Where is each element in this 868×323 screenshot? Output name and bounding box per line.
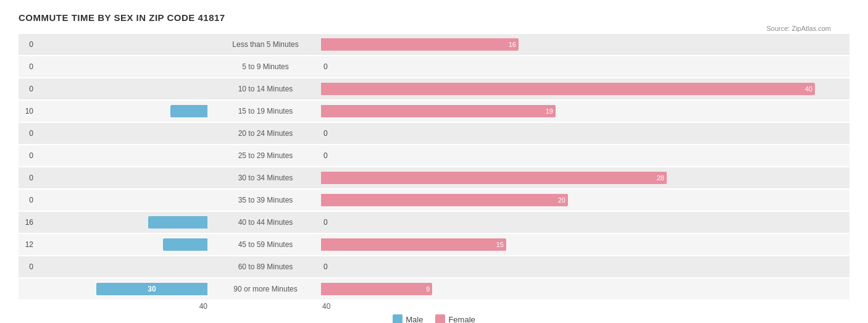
bar-row: 12 45 to 59 Minutes 15 [19, 234, 849, 255]
male-value-label: 0 [19, 196, 33, 204]
male-value-label: 0 [19, 174, 33, 182]
source-label: Source: ZipAtlas.com [766, 25, 831, 32]
right-section: 16 [321, 38, 849, 51]
male-value-label: 0 [19, 151, 33, 160]
female-value-label: 0 [323, 262, 338, 271]
male-bar: 30 [96, 283, 207, 295]
axis-row: 40 40 [19, 302, 849, 311]
time-range-label: 40 to 44 Minutes [210, 218, 321, 227]
left-section: 0 [19, 62, 210, 71]
male-value-label: 0 [19, 129, 33, 138]
male-bar [163, 238, 207, 251]
left-section: 10 [19, 105, 210, 117]
male-bar [148, 216, 207, 229]
time-range-label: 90 or more Minutes [210, 285, 321, 293]
male-bar [170, 105, 207, 117]
right-section: 0 [321, 129, 849, 138]
female-value-label: 0 [323, 151, 338, 160]
female-bar: 9 [321, 283, 432, 295]
female-bar: 19 [321, 105, 556, 117]
legend: Male Female [19, 314, 849, 323]
female-bar-value: 40 [803, 85, 815, 93]
time-range-label: Less than 5 Minutes [210, 40, 321, 49]
time-range-label: 45 to 59 Minutes [210, 240, 321, 249]
left-section: 0 [19, 151, 210, 160]
female-value-label: 0 [323, 62, 338, 71]
time-range-label: 20 to 24 Minutes [210, 129, 321, 138]
time-range-label: 15 to 19 Minutes [210, 107, 321, 115]
bar-row: 0 20 to 24 Minutes 0 [19, 123, 849, 144]
male-value-label: 0 [19, 62, 33, 71]
right-section: 20 [321, 194, 849, 206]
time-range-label: 35 to 39 Minutes [210, 196, 321, 204]
axis-left-value: 40 [19, 302, 210, 311]
bar-row: 0 30 to 34 Minutes 28 [19, 167, 849, 188]
male-value-label: 0 [19, 85, 33, 93]
female-value-label: 0 [323, 218, 338, 227]
male-value-label: 0 [19, 262, 33, 271]
right-section: 0 [321, 62, 849, 71]
left-section: 0 [19, 85, 210, 93]
right-section: 40 [321, 83, 849, 95]
right-section: 15 [321, 238, 849, 251]
male-bar-value: 30 [143, 283, 160, 295]
bar-row: 0 Less than 5 Minutes 16 [19, 34, 849, 55]
time-range-label: 10 to 14 Minutes [210, 85, 321, 93]
male-bar-wrap [36, 105, 207, 117]
chart-area: 0 Less than 5 Minutes 16 0 5 to 9 Minute… [19, 34, 849, 323]
axis-right-value: 40 [321, 302, 849, 311]
bar-row: 30 90 or more Minutes 9 [19, 279, 849, 300]
bar-row: 0 25 to 29 Minutes 0 [19, 145, 849, 166]
right-section: 0 [321, 262, 849, 271]
left-section: 30 [19, 283, 210, 295]
time-range-label: 30 to 34 Minutes [210, 174, 321, 182]
left-section: 16 [19, 216, 210, 229]
right-section: 28 [321, 172, 849, 184]
left-section: 0 [19, 262, 210, 271]
female-bar-value: 28 [654, 174, 667, 182]
time-range-label: 60 to 89 Minutes [210, 262, 321, 271]
legend-female: Female [435, 314, 475, 323]
left-section: 0 [19, 196, 210, 204]
left-section: 0 [19, 129, 210, 138]
male-bar-wrap [36, 216, 207, 229]
legend-male-label: Male [406, 315, 423, 324]
legend-female-label: Female [448, 315, 475, 324]
bar-row: 0 10 to 14 Minutes 40 [19, 78, 849, 99]
male-bar-wrap [36, 238, 207, 251]
right-section: 9 [321, 283, 849, 295]
left-section: 0 [19, 174, 210, 182]
female-bar: 40 [321, 83, 815, 95]
male-value-label: 10 [19, 107, 33, 115]
male-value-label: 16 [19, 218, 33, 227]
bar-row: 0 35 to 39 Minutes 20 [19, 190, 849, 211]
female-bar-value: 19 [543, 107, 556, 115]
female-bar: 28 [321, 172, 667, 184]
legend-male-box [393, 314, 403, 323]
chart-title: COMMUTE TIME BY SEX IN ZIP CODE 41817 [19, 12, 849, 23]
female-bar-value: 15 [494, 241, 506, 248]
bar-row: 0 60 to 89 Minutes 0 [19, 256, 849, 277]
female-bar-value: 20 [556, 196, 568, 204]
right-section: 19 [321, 105, 849, 117]
female-bar: 15 [321, 238, 506, 251]
bar-row: 16 40 to 44 Minutes 0 [19, 212, 849, 233]
female-bar-value: 16 [506, 41, 519, 48]
bar-row: 10 15 to 19 Minutes 19 [19, 101, 849, 122]
legend-male: Male [393, 314, 423, 323]
right-section: 0 [321, 151, 849, 160]
left-section: 0 [19, 40, 210, 49]
right-section: 0 [321, 218, 849, 227]
legend-female-box [435, 314, 445, 323]
time-range-label: 5 to 9 Minutes [210, 62, 321, 71]
female-bar-value: 9 [424, 285, 432, 293]
bar-row: 0 5 to 9 Minutes 0 [19, 56, 849, 77]
left-section: 12 [19, 238, 210, 251]
female-bar: 20 [321, 194, 568, 206]
male-value-label: 12 [19, 240, 33, 249]
time-range-label: 25 to 29 Minutes [210, 151, 321, 160]
male-value-label: 0 [19, 40, 33, 49]
female-bar: 16 [321, 38, 519, 51]
female-value-label: 0 [323, 129, 338, 138]
male-bar-wrap: 30 [36, 283, 207, 295]
